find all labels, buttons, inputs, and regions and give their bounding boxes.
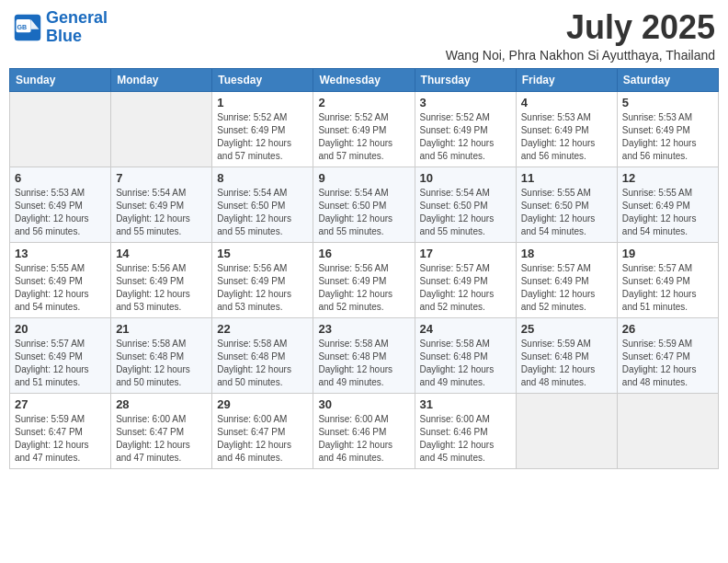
calendar-week-row: 20Sunrise: 5:57 AM Sunset: 6:49 PM Dayli…: [10, 317, 719, 393]
calendar-cell: [516, 393, 617, 468]
calendar-cell: 21Sunrise: 5:58 AM Sunset: 6:48 PM Dayli…: [111, 317, 212, 393]
calendar-cell: 4Sunrise: 5:53 AM Sunset: 6:49 PM Daylig…: [516, 91, 617, 167]
page-header: GB General Blue July 2025 Wang Noi, Phra…: [9, 9, 719, 63]
col-header-friday: Friday: [516, 68, 617, 91]
day-number: 2: [318, 96, 409, 109]
day-info: Sunrise: 6:00 AM Sunset: 6:47 PM Dayligh…: [116, 413, 207, 465]
day-number: 15: [217, 247, 308, 260]
day-info: Sunrise: 5:58 AM Sunset: 6:48 PM Dayligh…: [217, 338, 308, 389]
calendar-cell: 7Sunrise: 5:54 AM Sunset: 6:49 PM Daylig…: [111, 167, 212, 242]
calendar-cell: [111, 91, 212, 167]
calendar-cell: [617, 393, 718, 468]
day-info: Sunrise: 5:56 AM Sunset: 6:49 PM Dayligh…: [116, 262, 207, 314]
logo: GB General Blue: [13, 9, 108, 46]
day-number: 23: [318, 322, 409, 336]
day-info: Sunrise: 5:54 AM Sunset: 6:49 PM Dayligh…: [116, 187, 207, 238]
day-info: Sunrise: 5:59 AM Sunset: 6:47 PM Dayligh…: [15, 413, 106, 465]
calendar-week-row: 13Sunrise: 5:55 AM Sunset: 6:49 PM Dayli…: [10, 242, 719, 317]
calendar-cell: 12Sunrise: 5:55 AM Sunset: 6:49 PM Dayli…: [617, 167, 718, 242]
day-number: 27: [15, 397, 106, 411]
calendar-cell: 18Sunrise: 5:57 AM Sunset: 6:49 PM Dayli…: [516, 242, 617, 317]
calendar-cell: 31Sunrise: 6:00 AM Sunset: 6:46 PM Dayli…: [415, 393, 516, 468]
day-info: Sunrise: 5:57 AM Sunset: 6:49 PM Dayligh…: [420, 262, 511, 314]
calendar-cell: 1Sunrise: 5:52 AM Sunset: 6:49 PM Daylig…: [212, 91, 313, 167]
calendar-cell: 19Sunrise: 5:57 AM Sunset: 6:49 PM Dayli…: [617, 242, 718, 317]
calendar-cell: 6Sunrise: 5:53 AM Sunset: 6:49 PM Daylig…: [10, 167, 111, 242]
day-number: 8: [217, 171, 308, 185]
day-number: 17: [420, 247, 511, 260]
day-info: Sunrise: 5:53 AM Sunset: 6:49 PM Dayligh…: [622, 111, 713, 163]
calendar-header-row: SundayMondayTuesdayWednesdayThursdayFrid…: [10, 68, 719, 91]
day-number: 12: [622, 171, 713, 185]
day-number: 13: [15, 247, 106, 260]
calendar-cell: 9Sunrise: 5:54 AM Sunset: 6:50 PM Daylig…: [313, 167, 415, 242]
day-info: Sunrise: 5:55 AM Sunset: 6:49 PM Dayligh…: [15, 262, 106, 314]
day-number: 11: [521, 171, 612, 185]
calendar-week-row: 1Sunrise: 5:52 AM Sunset: 6:49 PM Daylig…: [10, 91, 719, 167]
calendar-cell: 26Sunrise: 5:59 AM Sunset: 6:47 PM Dayli…: [617, 317, 718, 393]
calendar-cell: 5Sunrise: 5:53 AM Sunset: 6:49 PM Daylig…: [617, 91, 718, 167]
calendar-cell: 3Sunrise: 5:52 AM Sunset: 6:49 PM Daylig…: [415, 91, 516, 167]
calendar-cell: 25Sunrise: 5:59 AM Sunset: 6:48 PM Dayli…: [516, 317, 617, 393]
day-number: 25: [521, 322, 612, 336]
day-number: 10: [420, 171, 511, 185]
location-title: Wang Noi, Phra Nakhon Si Ayutthaya, Thai…: [446, 48, 715, 63]
day-number: 28: [116, 397, 207, 411]
day-info: Sunrise: 5:56 AM Sunset: 6:49 PM Dayligh…: [318, 262, 409, 314]
calendar-week-row: 6Sunrise: 5:53 AM Sunset: 6:49 PM Daylig…: [10, 167, 719, 242]
calendar-cell: 20Sunrise: 5:57 AM Sunset: 6:49 PM Dayli…: [10, 317, 111, 393]
day-number: 19: [622, 247, 713, 260]
day-info: Sunrise: 5:54 AM Sunset: 6:50 PM Dayligh…: [318, 187, 409, 238]
day-info: Sunrise: 5:53 AM Sunset: 6:49 PM Dayligh…: [15, 187, 106, 238]
day-info: Sunrise: 5:54 AM Sunset: 6:50 PM Dayligh…: [420, 187, 511, 238]
day-number: 29: [217, 397, 308, 411]
day-number: 3: [420, 96, 511, 109]
day-info: Sunrise: 5:52 AM Sunset: 6:49 PM Dayligh…: [420, 111, 511, 163]
calendar-cell: [10, 91, 111, 167]
calendar-cell: 10Sunrise: 5:54 AM Sunset: 6:50 PM Dayli…: [415, 167, 516, 242]
day-number: 4: [521, 96, 612, 109]
day-info: Sunrise: 5:59 AM Sunset: 6:47 PM Dayligh…: [622, 338, 713, 389]
month-title: July 2025: [446, 9, 715, 46]
day-number: 26: [622, 322, 713, 336]
day-number: 14: [116, 247, 207, 260]
day-info: Sunrise: 5:57 AM Sunset: 6:49 PM Dayligh…: [15, 338, 106, 389]
title-block: July 2025 Wang Noi, Phra Nakhon Si Ayutt…: [446, 9, 715, 63]
svg-text:GB: GB: [17, 24, 27, 31]
calendar-table: SundayMondayTuesdayWednesdayThursdayFrid…: [9, 68, 719, 469]
col-header-monday: Monday: [111, 68, 212, 91]
day-number: 5: [622, 96, 713, 109]
calendar-cell: 16Sunrise: 5:56 AM Sunset: 6:49 PM Dayli…: [313, 242, 415, 317]
day-number: 7: [116, 171, 207, 185]
calendar-cell: 28Sunrise: 6:00 AM Sunset: 6:47 PM Dayli…: [111, 393, 212, 468]
day-info: Sunrise: 5:57 AM Sunset: 6:49 PM Dayligh…: [521, 262, 612, 314]
day-number: 21: [116, 322, 207, 336]
day-number: 31: [420, 397, 511, 411]
day-info: Sunrise: 5:53 AM Sunset: 6:49 PM Dayligh…: [521, 111, 612, 163]
calendar-cell: 13Sunrise: 5:55 AM Sunset: 6:49 PM Dayli…: [10, 242, 111, 317]
calendar-cell: 2Sunrise: 5:52 AM Sunset: 6:49 PM Daylig…: [313, 91, 415, 167]
day-number: 30: [318, 397, 409, 411]
calendar-cell: 14Sunrise: 5:56 AM Sunset: 6:49 PM Dayli…: [111, 242, 212, 317]
day-info: Sunrise: 5:58 AM Sunset: 6:48 PM Dayligh…: [420, 338, 511, 389]
day-number: 16: [318, 247, 409, 260]
col-header-sunday: Sunday: [10, 68, 111, 91]
logo-icon: GB: [13, 13, 42, 42]
day-number: 24: [420, 322, 511, 336]
calendar-cell: 24Sunrise: 5:58 AM Sunset: 6:48 PM Dayli…: [415, 317, 516, 393]
day-info: Sunrise: 5:54 AM Sunset: 6:50 PM Dayligh…: [217, 187, 308, 238]
calendar-cell: 23Sunrise: 5:58 AM Sunset: 6:48 PM Dayli…: [313, 317, 415, 393]
calendar-cell: 15Sunrise: 5:56 AM Sunset: 6:49 PM Dayli…: [212, 242, 313, 317]
calendar-cell: 29Sunrise: 6:00 AM Sunset: 6:47 PM Dayli…: [212, 393, 313, 468]
day-info: Sunrise: 5:58 AM Sunset: 6:48 PM Dayligh…: [116, 338, 207, 389]
day-info: Sunrise: 5:55 AM Sunset: 6:50 PM Dayligh…: [521, 187, 612, 238]
calendar-week-row: 27Sunrise: 5:59 AM Sunset: 6:47 PM Dayli…: [10, 393, 719, 468]
day-info: Sunrise: 5:52 AM Sunset: 6:49 PM Dayligh…: [217, 111, 308, 163]
day-info: Sunrise: 5:59 AM Sunset: 6:48 PM Dayligh…: [521, 338, 612, 389]
col-header-tuesday: Tuesday: [212, 68, 313, 91]
calendar-cell: 30Sunrise: 6:00 AM Sunset: 6:46 PM Dayli…: [313, 393, 415, 468]
day-number: 1: [217, 96, 308, 109]
day-info: Sunrise: 5:58 AM Sunset: 6:48 PM Dayligh…: [318, 338, 409, 389]
day-info: Sunrise: 6:00 AM Sunset: 6:46 PM Dayligh…: [420, 413, 511, 465]
day-number: 9: [318, 171, 409, 185]
